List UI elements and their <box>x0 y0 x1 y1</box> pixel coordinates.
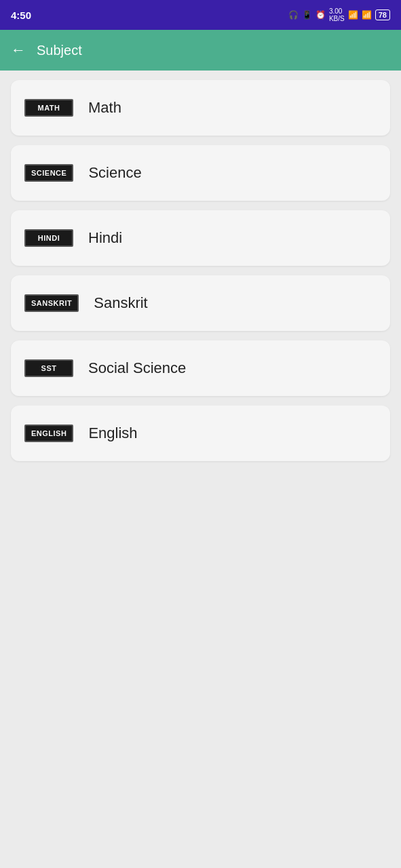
subject-name-english: English <box>88 425 137 442</box>
subject-badge-english: ENGLISH <box>24 425 73 442</box>
subject-name-sst: Social Science <box>88 359 186 377</box>
subject-card-sanskrit[interactable]: SANSKRITSanskrit <box>11 275 390 331</box>
battery-indicator: 78 <box>375 9 390 20</box>
subject-card-sst[interactable]: SSTSocial Science <box>11 340 390 396</box>
status-bar: 4:50 🎧 📱 ⏰ 3.00KB/S 📶 📶 78 <box>0 0 401 30</box>
subject-card-math[interactable]: MATHMath <box>11 80 390 136</box>
subject-name-math: Math <box>88 99 121 117</box>
subject-card-science[interactable]: SCIENCEScience <box>11 145 390 201</box>
subject-card-hindi[interactable]: HINDIHindi <box>11 210 390 266</box>
speed-indicator: 3.00KB/S <box>329 7 345 22</box>
subject-list: MATHMathSCIENCEScienceHINDIHindiSANSKRIT… <box>0 71 401 868</box>
subject-name-science: Science <box>88 164 141 182</box>
headphone-icon: 🎧 <box>288 10 299 20</box>
signal-icon: 📶 <box>362 10 372 20</box>
subject-name-sanskrit: Sanskrit <box>94 294 147 312</box>
subject-name-hindi: Hindi <box>88 229 122 247</box>
back-button[interactable]: ← <box>11 41 26 59</box>
header: ← Subject <box>0 30 401 71</box>
status-icons: 🎧 📱 ⏰ 3.00KB/S 📶 📶 78 <box>288 7 390 22</box>
subject-badge-sanskrit: SANSKRIT <box>24 294 79 312</box>
phone-icon: 📱 <box>302 10 312 20</box>
alarm-icon: ⏰ <box>316 10 326 20</box>
status-time: 4:50 <box>11 9 31 21</box>
wifi-icon: 📶 <box>348 10 358 20</box>
subject-badge-science: SCIENCE <box>24 164 73 182</box>
page-title: Subject <box>37 43 82 58</box>
subject-card-english[interactable]: ENGLISHEnglish <box>11 406 390 461</box>
subject-badge-sst: SST <box>24 359 73 377</box>
subject-badge-hindi: HINDI <box>24 229 73 247</box>
subject-badge-math: MATH <box>24 99 73 117</box>
